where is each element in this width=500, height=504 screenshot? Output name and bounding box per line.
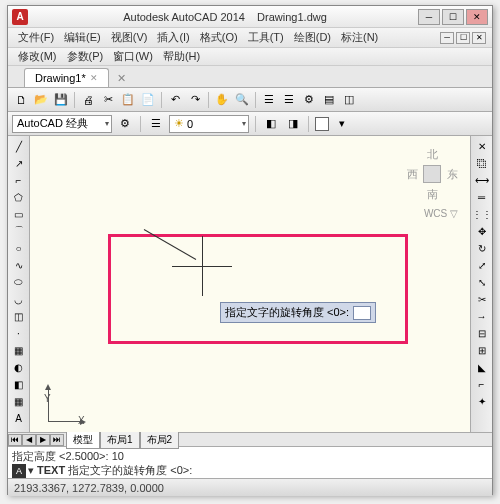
menu-draw[interactable]: 绘图(D) [290, 28, 335, 47]
viewcube-top[interactable] [423, 165, 441, 183]
minimize-button[interactable]: ─ [418, 9, 440, 25]
arc-tool-icon[interactable]: ⌒ [10, 223, 28, 239]
offset-tool-icon[interactable]: ═ [473, 189, 491, 205]
join-tool-icon[interactable]: ⊞ [473, 342, 491, 358]
chamfer-tool-icon[interactable]: ◣ [473, 359, 491, 375]
region-tool-icon[interactable]: ◧ [10, 376, 28, 392]
color-swatch[interactable] [315, 117, 329, 131]
scroll-next[interactable]: ▶ [36, 434, 50, 446]
mirror-tool-icon[interactable]: ⟷ [473, 172, 491, 188]
erase-tool-icon[interactable]: ✕ [473, 138, 491, 154]
table-tool-icon[interactable]: ▦ [10, 393, 28, 409]
stretch-tool-icon[interactable]: ⤡ [473, 274, 491, 290]
scale-tool-icon[interactable]: ⤢ [473, 257, 491, 273]
titlebar: A Autodesk AutoCAD 2014 Drawing1.dwg ─ ☐… [8, 6, 492, 28]
hatch-tool-icon[interactable]: ▦ [10, 342, 28, 358]
props-icon[interactable]: ☰ [260, 91, 278, 109]
break-tool-icon[interactable]: ⊟ [473, 325, 491, 341]
tab-layout2[interactable]: 布局2 [140, 431, 180, 449]
gradient-tool-icon[interactable]: ◐ [10, 359, 28, 375]
tool2-icon[interactable]: ▤ [320, 91, 338, 109]
workspace-dropdown[interactable]: AutoCAD 经典 [12, 115, 112, 133]
open-icon[interactable]: 📂 [32, 91, 50, 109]
redo-icon[interactable]: ↷ [186, 91, 204, 109]
new-tab-button[interactable]: ✕ [113, 70, 130, 87]
tab-close-icon[interactable]: ✕ [90, 73, 98, 83]
undo-icon[interactable]: ↶ [166, 91, 184, 109]
menu-help[interactable]: 帮助(H) [159, 47, 204, 66]
zoom-icon[interactable]: 🔍 [233, 91, 251, 109]
trim-tool-icon[interactable]: ✂ [473, 291, 491, 307]
cut-icon[interactable]: ✂ [99, 91, 117, 109]
ellipse-tool-icon[interactable]: ⬭ [10, 274, 28, 290]
menu-edit[interactable]: 编辑(E) [60, 28, 105, 47]
move-tool-icon[interactable]: ✥ [473, 223, 491, 239]
menu-window[interactable]: 窗口(W) [109, 47, 157, 66]
rotate-tool-icon[interactable]: ↻ [473, 240, 491, 256]
coords-readout: 2193.3367, 1272.7839, 0.0000 [14, 482, 164, 494]
standard-toolbar: 🗋 📂 💾 🖨 ✂ 📋 📄 ↶ ↷ ✋ 🔍 ☰ ☰ ⚙ ▤ ◫ [8, 88, 492, 112]
menu-modify[interactable]: 修改(M) [14, 47, 61, 66]
polygon-tool-icon[interactable]: ⬠ [10, 189, 28, 205]
tab-model[interactable]: 模型 [66, 431, 100, 449]
close-button[interactable]: ✕ [466, 9, 488, 25]
scroll-prev[interactable]: ◀ [22, 434, 36, 446]
ucs-x-axis [48, 421, 80, 422]
print-icon[interactable]: 🖨 [79, 91, 97, 109]
new-icon[interactable]: 🗋 [12, 91, 30, 109]
drawing-canvas[interactable]: 北 西东 南 WCS ▽ 指定文字的旋转角度 <0>: Y X [30, 136, 470, 432]
layer-props-icon[interactable]: ☰ [147, 115, 165, 133]
command-window[interactable]: 指定高度 <2.5000>: 10 A▾ TEXT 指定文字的旋转角度 <0>: [8, 446, 492, 478]
mdi-close[interactable]: ✕ [472, 32, 486, 44]
tab-label: Drawing1* [35, 72, 86, 84]
ray-tool-icon[interactable]: ↗ [10, 155, 28, 171]
circle-tool-icon[interactable]: ○ [10, 240, 28, 256]
viewcube[interactable]: 北 西东 南 [402, 144, 462, 204]
maximize-button[interactable]: ☐ [442, 9, 464, 25]
tool3-icon[interactable]: ◫ [340, 91, 358, 109]
tab-layout1[interactable]: 布局1 [100, 431, 140, 449]
menu-file[interactable]: 文件(F) [14, 28, 58, 47]
scroll-last[interactable]: ⏭ [50, 434, 64, 446]
annotation-highlight [108, 234, 408, 344]
explode-tool-icon[interactable]: ✦ [473, 393, 491, 409]
ucs-x-label: X [78, 415, 85, 426]
line-tool-icon[interactable]: ╱ [10, 138, 28, 154]
tab-drawing1[interactable]: Drawing1* ✕ [24, 68, 109, 87]
paste-icon[interactable]: 📄 [139, 91, 157, 109]
menu-tools[interactable]: 工具(T) [244, 28, 288, 47]
pan-icon[interactable]: ✋ [213, 91, 231, 109]
spline-tool-icon[interactable]: ∿ [10, 257, 28, 273]
copy-tool-icon[interactable]: ⿻ [473, 155, 491, 171]
workspace-toolbar: AutoCAD 经典 ⚙ ☰ ☀ 0 ◧ ◨ ▾ [8, 112, 492, 136]
extend-tool-icon[interactable]: → [473, 308, 491, 324]
point-tool-icon[interactable]: · [10, 325, 28, 341]
layer-tool2[interactable]: ◨ [284, 115, 302, 133]
layer-tool1[interactable]: ◧ [262, 115, 280, 133]
menu-dimension[interactable]: 标注(N) [337, 28, 382, 47]
menu-insert[interactable]: 插入(I) [153, 28, 193, 47]
mdi-restore[interactable]: ☐ [456, 32, 470, 44]
block-tool-icon[interactable]: ◫ [10, 308, 28, 324]
copy-icon[interactable]: 📋 [119, 91, 137, 109]
save-icon[interactable]: 💾 [52, 91, 70, 109]
mdi-minimize[interactable]: ─ [440, 32, 454, 44]
fillet-tool-icon[interactable]: ⌐ [473, 376, 491, 392]
menubar-2: 修改(M) 参数(P) 窗口(W) 帮助(H) [8, 48, 492, 66]
menu-view[interactable]: 视图(V) [107, 28, 152, 47]
menu-format[interactable]: 格式(O) [196, 28, 242, 47]
ws-settings-icon[interactable]: ⚙ [116, 115, 134, 133]
array-tool-icon[interactable]: ⋮⋮ [473, 206, 491, 222]
ellipse-arc-icon[interactable]: ◡ [10, 291, 28, 307]
pline-tool-icon[interactable]: ⌐ [10, 172, 28, 188]
prompt-input[interactable] [353, 306, 371, 320]
wcs-label[interactable]: WCS ▽ [424, 208, 458, 219]
scroll-first[interactable]: ⏮ [8, 434, 22, 446]
tool-icon[interactable]: ⚙ [300, 91, 318, 109]
more-layers[interactable]: ▾ [333, 115, 351, 133]
layer-dropdown[interactable]: ☀ 0 [169, 115, 249, 133]
text-tool-icon[interactable]: A [10, 410, 28, 426]
menu-parametric[interactable]: 参数(P) [63, 47, 108, 66]
rect-tool-icon[interactable]: ▭ [10, 206, 28, 222]
layers-icon[interactable]: ☰ [280, 91, 298, 109]
